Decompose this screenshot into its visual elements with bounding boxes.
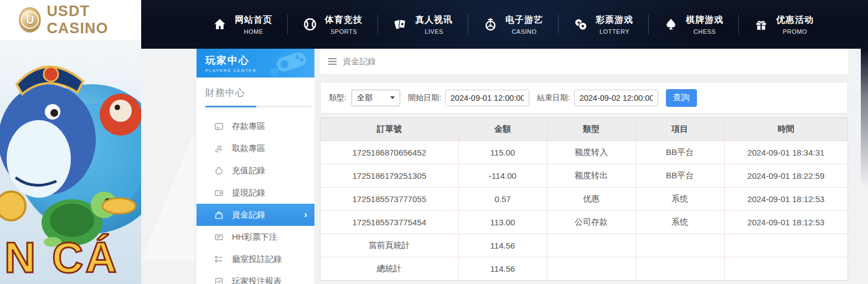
nav-label-en: CASINO xyxy=(512,28,536,35)
banner-light-wedge xyxy=(141,133,194,260)
section-underline xyxy=(205,106,311,107)
table-cell xyxy=(547,234,636,257)
table-header-cell: 項目 xyxy=(636,118,724,141)
nav-item-labels: 体育竞技 SPORTS xyxy=(325,14,363,35)
nav-item-sports[interactable]: 体育竞技 SPORTS xyxy=(287,9,378,40)
table-cell: 系统 xyxy=(636,188,724,211)
spade-icon xyxy=(663,17,679,32)
table-cell: 0.57 xyxy=(458,188,547,211)
table-header-cell: 時間 xyxy=(724,118,848,141)
banner-caption: N CÁ xyxy=(4,233,119,282)
table-header-cell: 訂單號 xyxy=(321,118,458,141)
table-cell: 1725185573775454 xyxy=(321,211,458,234)
sidebar-item-label: 充值記錄 xyxy=(232,166,265,176)
sports-icon xyxy=(302,17,318,32)
filter-panel: 類型: 全部 開始日期: 結束日期: 查詢 xyxy=(320,82,848,113)
table-cell: 115.00 xyxy=(458,141,547,164)
player-report-icon xyxy=(214,276,224,284)
end-date-input[interactable] xyxy=(574,90,658,106)
sidebar-item-label: 提現記錄 xyxy=(232,188,265,198)
nav-item-chess[interactable]: 棋牌游戏 CHESS xyxy=(648,9,738,40)
sidebar-item-6[interactable]: 廳室投註記錄 › xyxy=(197,248,314,270)
table-cell: 系统 xyxy=(636,211,724,234)
sidebar-item-7[interactable]: 玩家投注報表 › xyxy=(197,270,314,284)
nav-item-lives[interactable]: 真人视讯 LIVES xyxy=(378,9,468,40)
nav-item-lottery[interactable]: 彩票游戏 LOTTERY xyxy=(558,9,648,40)
recharge-record-icon xyxy=(214,166,224,175)
finance-section-title: 財務中心 xyxy=(197,78,314,106)
nav-item-promo[interactable]: 优惠活动 PROMO xyxy=(738,9,829,40)
table-cell: 2024-09-01 18:12:53 xyxy=(724,188,848,211)
nav-label-en: HOME xyxy=(244,28,264,35)
promo-banner-image[interactable]: N CÁ xyxy=(0,40,141,284)
table-cell: BB平台 xyxy=(636,164,724,188)
search-button[interactable]: 查詢 xyxy=(666,89,697,107)
breadcrumb: 資金記錄 xyxy=(320,49,848,75)
table-cell: 2024-09-01 18:22:59 xyxy=(724,164,848,188)
table-cell: 优惠 xyxy=(547,188,636,211)
type-select-value: 全部 xyxy=(357,93,373,103)
chevron-down-icon xyxy=(390,96,395,99)
nav-item-labels: 优惠活动 PROMO xyxy=(776,14,814,35)
table-cell xyxy=(547,257,636,281)
withdraw-zone-icon xyxy=(214,143,224,153)
table-cell xyxy=(636,257,724,281)
home-icon xyxy=(212,17,228,32)
table-cell: BB平台 xyxy=(636,141,724,164)
sidebar-header: 玩家中心 PLAYERS CENTER xyxy=(197,49,314,78)
table-cell xyxy=(636,234,724,257)
type-select[interactable]: 全部 xyxy=(352,90,400,106)
coin-letter: U xyxy=(21,11,39,29)
sidebar-item-label: 資金記錄 xyxy=(232,210,265,220)
table-cell: 额度转出 xyxy=(547,164,636,188)
table-header-cell: 類型 xyxy=(547,118,636,141)
nav-label-zh: 体育竞技 xyxy=(325,14,363,26)
table-cell xyxy=(724,234,848,257)
nav-item-labels: 棋牌游戏 CHESS xyxy=(686,14,724,35)
sidebar-item-label: 玩家投注報表 xyxy=(232,276,282,284)
site-logo[interactable]: U USDT CASINO xyxy=(0,0,141,40)
funds-table-panel: 訂單號金額類型項目時間 1725186870656452115.00额度转入BB… xyxy=(320,117,848,281)
coin-logo-icon: U xyxy=(19,7,41,33)
nav-item-casino[interactable]: 电子游艺 CASINO xyxy=(468,9,558,40)
sidebar-item-0[interactable]: 存款專區 › xyxy=(197,115,314,137)
table-cell: 公司存款 xyxy=(547,211,636,234)
sidebar-item-4[interactable]: 資金記錄 › xyxy=(197,204,314,226)
sidebar-item-5[interactable]: HH彩票下注 › xyxy=(197,226,314,248)
start-date-label: 開始日期: xyxy=(408,93,441,103)
table-cell: 當前頁統計 xyxy=(321,234,458,257)
nav-label-en: LOTTERY xyxy=(600,28,629,35)
nav-item-labels: 彩票游戏 LOTTERY xyxy=(596,14,633,35)
table-row: 1725186179251305-114.00额度转出BB平台2024-09-0… xyxy=(321,164,848,188)
start-date-input[interactable] xyxy=(445,90,529,106)
sidebar-item-label: HH彩票下注 xyxy=(232,232,277,242)
nav-label-zh: 彩票游戏 xyxy=(596,14,633,26)
table-cell: 1725186179251305 xyxy=(321,164,458,188)
table-cell: -114.00 xyxy=(458,164,547,188)
sidebar-item-label: 廳室投註記錄 xyxy=(232,254,282,265)
table-cell: 1725185573777055 xyxy=(321,188,458,211)
nav-item-home[interactable]: 网站首页 HOME xyxy=(197,9,287,40)
table-row: 1725185573775454113.00公司存款系统2024-09-01 1… xyxy=(321,211,848,234)
menu-lines-icon[interactable] xyxy=(328,58,337,65)
sidebar-item-2[interactable]: 充值記錄 › xyxy=(197,159,314,182)
table-cell: 1725186870656452 xyxy=(321,141,458,164)
table-cell: 2024-09-01 18:34:31 xyxy=(724,141,848,164)
sidebar-item-3[interactable]: 提現記錄 › xyxy=(197,182,314,204)
sidebar-item-label: 存款專區 xyxy=(232,121,265,132)
nav-label-en: PROMO xyxy=(783,28,807,35)
sidebar-menu: 存款專區 › 取款專區 › 充值記錄 › 提現記錄 › 資金記錄 › HH彩票下… xyxy=(197,110,314,284)
nav-label-zh: 网站首页 xyxy=(235,14,272,26)
nav-item-labels: 网站首页 HOME xyxy=(235,14,272,35)
table-cell xyxy=(724,257,848,281)
top-nav-bar: 网站首页 HOME 体育竞技 SPORTS 真人视讯 LIVES 电子游艺 CA… xyxy=(141,0,868,49)
sidebar-item-1[interactable]: 取款專區 › xyxy=(197,137,314,159)
fish-game-illustration: N CÁ xyxy=(0,40,141,284)
type-label: 類型: xyxy=(329,93,347,103)
room-bet-record-icon xyxy=(214,254,224,264)
nav-label-zh: 电子游艺 xyxy=(505,14,543,26)
table-row: 17251855737770550.57优惠系统2024-09-01 18:12… xyxy=(321,188,848,211)
withdraw-record-icon xyxy=(214,188,224,198)
chevron-right-icon: › xyxy=(304,209,307,220)
top-nav-items: 网站首页 HOME 体育竞技 SPORTS 真人视讯 LIVES 电子游艺 CA… xyxy=(197,9,829,40)
